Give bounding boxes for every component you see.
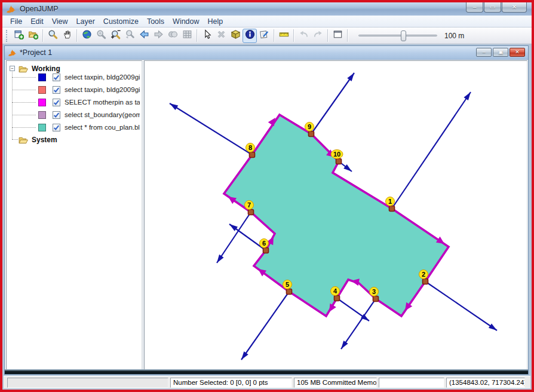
vertex-arrowhead xyxy=(170,103,178,110)
project-icon xyxy=(8,49,17,57)
vertex-marker xyxy=(423,279,428,284)
layer-item[interactable]: select * from cou_plan.bldg xyxy=(7,121,142,133)
zoom-full-extent-button[interactable] xyxy=(79,29,94,43)
vertex-arrowhead xyxy=(229,224,238,231)
tree-folder-system[interactable]: System xyxy=(7,134,142,146)
feature-box-icon xyxy=(231,29,241,42)
vertex-label: 8 xyxy=(248,144,252,151)
zoom-slider[interactable] xyxy=(358,35,437,36)
layer-color-swatch xyxy=(38,111,46,119)
menu-item-tools[interactable]: Tools xyxy=(143,16,168,27)
zoom-last-button xyxy=(122,29,137,43)
zoom-to-selection-icon xyxy=(96,29,106,42)
layer-item[interactable]: select taxpin, bldg2009gid, xyxy=(7,71,142,83)
close-button[interactable]: ✕ xyxy=(502,2,527,13)
layer-item[interactable]: select st_boundary(geom) xyxy=(7,109,142,121)
pan-button[interactable] xyxy=(60,29,74,43)
vertex-marker xyxy=(263,248,269,253)
folder-icon xyxy=(19,136,29,144)
layer-label: select taxpin, bldg2009gid, xyxy=(65,86,140,93)
status-left xyxy=(7,378,168,388)
zoom-button[interactable] xyxy=(45,29,60,43)
layer-visibility-checkbox[interactable] xyxy=(53,111,60,119)
menu-item-file[interactable]: File xyxy=(6,16,26,27)
toolbar-grip[interactable] xyxy=(6,30,9,42)
toolbar-separator xyxy=(274,29,274,42)
menu-item-view[interactable]: View xyxy=(48,16,72,27)
measure-icon xyxy=(279,29,289,42)
status-coordinates: (1354843.02, 717304.24) xyxy=(446,378,525,388)
zoom-last-icon xyxy=(125,29,135,42)
project-title-bar[interactable]: *Project 1 –▣✕ xyxy=(5,46,528,60)
zoom-to-selection-button xyxy=(94,29,108,43)
zoom-slider-thumb[interactable] xyxy=(401,30,406,41)
project-restore-button[interactable]: ▣ xyxy=(493,48,508,57)
menu-item-window[interactable]: Window xyxy=(168,16,203,27)
project-minimize-button[interactable]: – xyxy=(476,48,492,57)
vertex-label: 9 xyxy=(308,123,311,130)
vertex-arrowhead xyxy=(347,73,354,81)
toolbar: 100 m xyxy=(2,27,532,44)
zoom-in-out-button[interactable] xyxy=(108,29,122,43)
menu-item-layer[interactable]: Layer xyxy=(72,16,99,27)
maximize-button[interactable]: ▭ xyxy=(484,2,501,13)
measure-button[interactable] xyxy=(277,29,291,43)
select-features-icon xyxy=(202,29,212,42)
minimize-button[interactable]: – xyxy=(466,2,483,13)
status-spare xyxy=(379,378,444,388)
vertex-arrow xyxy=(217,212,251,263)
layer-label: select st_boundary(geom) xyxy=(65,111,140,118)
toolbar-separator xyxy=(197,29,197,42)
preview-window-button[interactable] xyxy=(330,29,345,43)
preview-window-icon xyxy=(333,29,343,42)
feature-info-button[interactable] xyxy=(243,29,257,43)
layer-color-swatch xyxy=(38,124,46,131)
layer-item[interactable]: SELECT motherpin as taxpin xyxy=(7,96,142,108)
menu-item-edit[interactable]: Edit xyxy=(26,16,48,27)
vertex-marker xyxy=(336,159,342,164)
attribute-grid-button xyxy=(180,29,194,43)
layer-visibility-checkbox[interactable] xyxy=(53,86,60,94)
undo-button xyxy=(296,29,311,43)
select-features-button[interactable] xyxy=(200,29,214,43)
editing-toolbox-button[interactable] xyxy=(257,29,271,43)
vertex-arrowhead xyxy=(464,92,471,100)
menu-item-customize[interactable]: Customize xyxy=(99,16,143,27)
layer-visibility-checkbox[interactable] xyxy=(53,124,60,131)
map-pane[interactable]: 12345678910 xyxy=(144,60,527,370)
layer-color-swatch xyxy=(38,86,46,94)
menu-bar: FileEditViewLayerCustomizeToolsWindowHel… xyxy=(2,16,532,27)
toolbar-separator xyxy=(327,29,328,42)
new-project-icon xyxy=(14,29,24,42)
feature-box-button[interactable] xyxy=(228,29,243,43)
layer-item[interactable]: select taxpin, bldg2009gid, xyxy=(7,84,142,96)
toolbar-separator xyxy=(347,29,348,42)
project-close-button[interactable]: ✕ xyxy=(510,48,525,57)
layer-visibility-checkbox[interactable] xyxy=(53,74,60,81)
open-project-button[interactable] xyxy=(26,29,40,43)
layer-label: SELECT motherpin as taxpin xyxy=(65,99,140,106)
zoom-in-out-icon xyxy=(111,29,121,42)
vertex-arrow xyxy=(392,92,471,209)
redo-button xyxy=(311,29,325,43)
zoom-full-extent-icon xyxy=(82,29,92,42)
title-bar[interactable]: OpenJUMP –▭✕ xyxy=(2,2,532,16)
layer-visibility-checkbox[interactable] xyxy=(53,99,60,106)
history-back-button[interactable] xyxy=(137,29,151,43)
vertex-marker xyxy=(389,206,395,212)
vertex-arrowhead xyxy=(241,351,248,360)
vertex-label: 3 xyxy=(372,288,376,295)
map-canvas[interactable]: 12345678910 xyxy=(145,61,527,370)
vertex-arrowhead xyxy=(217,255,224,263)
menu-item-help[interactable]: Help xyxy=(204,16,228,27)
new-project-button[interactable] xyxy=(11,29,26,43)
layer-color-swatch xyxy=(38,99,46,106)
layer-tree-panel[interactable]: −Workingselect taxpin, bldg2009gid,selec… xyxy=(6,60,142,370)
open-project-icon xyxy=(28,29,38,42)
scale-control: 100 m xyxy=(358,32,464,40)
vertex-arrow xyxy=(425,281,497,330)
vertex-label: 6 xyxy=(262,240,266,247)
expand-collapse-box[interactable]: − xyxy=(10,66,15,71)
window-chrome: OpenJUMP –▭✕ FileEditViewLayerCustomizeT… xyxy=(2,2,532,390)
layer-color-swatch xyxy=(38,74,46,81)
